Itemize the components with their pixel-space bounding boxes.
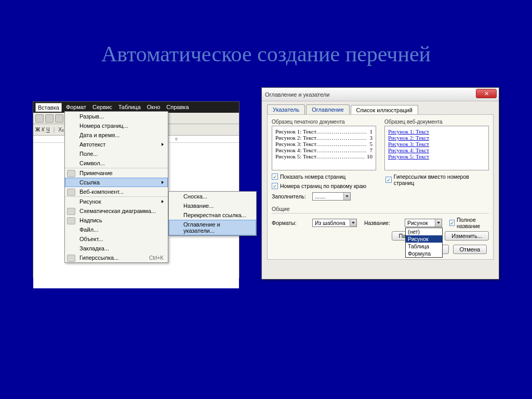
menu-item-label: Закладка...: [79, 245, 109, 251]
toolbar-icon[interactable]: [45, 114, 54, 123]
caption-dropdown-list: (нет)РисунокТаблицаФормула: [405, 228, 443, 258]
tab-body: Образец печатного документа Рисунок 1: Т…: [267, 114, 494, 260]
chevron-down-icon[interactable]: [350, 219, 356, 227]
checkbox-right-align[interactable]: ✓Номера страниц по правому краю: [272, 183, 375, 189]
menubar-item[interactable]: Формат: [64, 103, 88, 112]
formats-label: Форматы:: [272, 220, 309, 226]
reference-submenu: Сноска...Название...Перекрестная ссылка.…: [168, 191, 257, 236]
slide-title: Автоматическое создание перечней: [0, 42, 532, 66]
menu-item[interactable]: Примечание: [65, 168, 168, 178]
menu-item-label: Веб-компонент...: [79, 189, 124, 195]
submenu-item-label: Сноска...: [183, 193, 207, 200]
print-preview-label: Образец печатного документа: [272, 119, 376, 125]
submenu-item[interactable]: Название...: [169, 201, 256, 210]
menu-item[interactable]: Файл...: [65, 225, 168, 234]
menu-item[interactable]: Веб-компонент...: [65, 187, 168, 196]
menu-item[interactable]: Объект...: [65, 234, 168, 244]
leader-select[interactable]: .......: [312, 192, 351, 201]
preview-link: Рисунок 2: Текст: [388, 135, 485, 141]
dialog-title: Оглавление и указатели ✕: [262, 88, 499, 101]
menu-item-label: Поле...: [79, 151, 98, 157]
menu-item[interactable]: Рисунок: [65, 196, 168, 206]
preview-row: Рисунок 3: Текст .......................…: [275, 141, 373, 147]
submenu-item[interactable]: Перекрестная ссылка...: [169, 210, 256, 220]
chevron-down-icon[interactable]: [343, 193, 350, 200]
dropdown-option[interactable]: Рисунок: [406, 235, 442, 243]
submenu-arrow-icon: [162, 200, 164, 203]
menu-item[interactable]: Автотекст: [65, 140, 168, 149]
preview-link: Рисунок 1: Текст: [388, 128, 485, 135]
leader-value: .......: [315, 193, 325, 200]
dropdown-option[interactable]: Таблица: [406, 243, 442, 250]
dialog-title-text: Оглавление и указатели: [265, 91, 329, 98]
preview-row: Рисунок 5: Текст .......................…: [275, 153, 373, 159]
menu-item[interactable]: Дата и время...: [65, 130, 168, 140]
checkbox-label: Номера страниц по правому краю: [280, 183, 366, 189]
checkbox-full-caption[interactable]: ✓Полное название: [449, 217, 489, 229]
checkbox-hyperlinks[interactable]: ✓Гиперссылки вместо номеров страниц: [385, 174, 489, 186]
tabs: УказательОглавлениеСписок иллюстраций: [262, 101, 499, 114]
menubar-item[interactable]: Справка: [164, 103, 191, 112]
insert-menu: Разрыв...Номера страниц...Дата и время..…: [64, 111, 168, 263]
preview-link: Рисунок 4: Текст: [388, 147, 485, 153]
submenu-item-label: Оглавление и указатели...: [183, 221, 252, 234]
menu-icon: [67, 208, 75, 215]
caption-label: Название:: [364, 220, 402, 226]
caption-select[interactable]: Рисунок (нет)РисунокТаблицаФормула: [405, 219, 442, 227]
submenu-item[interactable]: Сноска...: [169, 192, 256, 201]
leader-label: Заполнитель:: [272, 193, 309, 200]
menubar-item[interactable]: Таблица: [116, 103, 143, 112]
menubar-item[interactable]: Окно: [145, 103, 163, 112]
checkbox-label: Полное название: [457, 217, 489, 229]
menu-item-label: Гиперссылка...: [79, 255, 118, 261]
menu-item-label: Номера страниц...: [79, 123, 128, 129]
menu-item[interactable]: Ссылка: [65, 178, 168, 187]
menu-item[interactable]: Поле...: [65, 149, 168, 158]
tab[interactable]: Оглавление: [306, 104, 349, 114]
menu-icon: [67, 189, 75, 196]
print-preview: Рисунок 1: Текст .......................…: [272, 126, 376, 170]
checkbox-show-pages[interactable]: ✓Показать номера страниц: [272, 174, 375, 180]
toc-dialog: Оглавление и указатели ✕ УказательОглавл…: [261, 87, 499, 280]
menu-item[interactable]: Символ...: [65, 158, 168, 168]
menu-item[interactable]: Закладка...: [65, 244, 168, 253]
tab[interactable]: Список иллюстраций: [351, 105, 418, 115]
menu-item-label: Файл...: [79, 227, 98, 233]
submenu-item-label: Перекрестная ссылка...: [183, 212, 246, 218]
chevron-down-icon[interactable]: [435, 219, 442, 227]
dropdown-option[interactable]: (нет): [406, 228, 442, 235]
menu-item-label: Автотекст: [79, 141, 105, 148]
tab[interactable]: Указатель: [267, 104, 305, 114]
menu-item[interactable]: Разрыв...: [65, 112, 168, 121]
menu-item-label: Объект...: [79, 236, 103, 242]
menu-item[interactable]: Надпись: [65, 216, 168, 225]
cancel-button[interactable]: Отмена: [453, 245, 487, 254]
preview-row: Рисунок 2: Текст .......................…: [275, 135, 373, 141]
menu-item-label: Разрыв...: [79, 113, 104, 119]
menubar-item[interactable]: Сервис: [90, 103, 114, 112]
modify-button[interactable]: Изменить...: [445, 231, 489, 241]
submenu-item[interactable]: Оглавление и указатели...: [169, 220, 256, 235]
shortcut: Ctrl+K: [149, 255, 164, 261]
menubar-item[interactable]: Вставка: [35, 103, 62, 112]
preview-link: Рисунок 3: Текст: [388, 141, 485, 147]
close-button[interactable]: ✕: [476, 89, 497, 98]
toolbar-icon[interactable]: [55, 114, 63, 123]
menu-item[interactable]: Номера страниц...: [65, 121, 168, 130]
menu-item-label: Дата и время...: [79, 132, 119, 138]
menu-icon: [67, 217, 75, 224]
dropdown-option[interactable]: Формула: [406, 250, 442, 257]
menu-item-label: Примечание: [79, 170, 113, 176]
toolbar-icon[interactable]: [35, 114, 44, 123]
menu-item-label: Надпись: [79, 217, 102, 223]
web-preview-label: Образец веб-документа: [384, 119, 489, 125]
formats-select[interactable]: Из шаблона: [312, 219, 357, 227]
menu-icon: [67, 255, 75, 262]
web-preview: Рисунок 1: ТекстРисунок 2: ТекстРисунок …: [384, 126, 489, 170]
menu-item[interactable]: Гиперссылка...Ctrl+K: [65, 253, 168, 262]
preview-link: Рисунок 5: Текст: [388, 153, 485, 159]
submenu-item-label: Название...: [183, 203, 214, 209]
menu-item[interactable]: Схематическая диаграмма...: [65, 206, 168, 216]
preview-row: Рисунок 4: Текст .......................…: [275, 147, 373, 153]
menu-item-label: Символ...: [79, 160, 105, 166]
